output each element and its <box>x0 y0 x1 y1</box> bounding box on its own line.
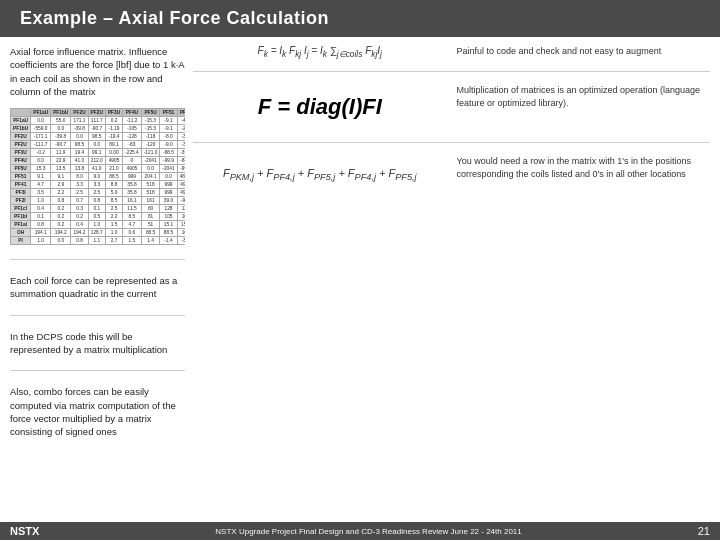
matrix-cell: 8.8 <box>105 181 122 189</box>
matrix-cell: 0.1 <box>31 213 51 221</box>
matrix-cell: 2.5 <box>71 189 88 197</box>
matrix-col-header-pf3u: PF3U <box>105 109 122 117</box>
matrix-cell: 161 <box>141 197 160 205</box>
matrix-cell: 0.3 <box>71 205 88 213</box>
matrix-cell: 4905 <box>177 181 185 189</box>
matrix-cell: 2.2 <box>51 189 71 197</box>
slide-header: Example – Axial Force Calculation <box>0 0 720 37</box>
matrix-row-header: Pl <box>11 237 31 245</box>
matrix-cell: 35.8 <box>123 181 142 189</box>
matrix-cell: 0.8 <box>51 197 71 205</box>
matrix-cell: 9.0 <box>88 173 105 181</box>
divider3 <box>10 370 185 371</box>
matrix-cell: 1.5 <box>123 237 142 245</box>
matrix-cell: 999 <box>160 189 177 197</box>
matrix-row-header: PF2U <box>11 133 31 141</box>
matrix-cell: 11.9 <box>51 149 71 157</box>
right-divider2 <box>193 142 710 143</box>
matrix-cell: 4.7 <box>123 221 142 229</box>
matrix-col-header-pf5u: PF5U <box>141 109 160 117</box>
matrix-cell: -105 <box>123 125 142 133</box>
axial-force-description: Axial force influence matrix. Influence … <box>10 45 185 98</box>
matrix-cell: 489.5 <box>177 173 185 181</box>
matrix-row: PF4U0.022.941.0212.049050-2041-99.9-88.5… <box>11 157 186 165</box>
footer-page-number: 21 <box>698 525 710 537</box>
multiplication-text: Multiplication of matrices is an optimiz… <box>457 84 711 109</box>
matrix-cell: 128.7 <box>88 229 105 237</box>
axial-force-matrix: PF1aU PF1bU PF2U PF2U PF3U PF4U PF5U PF5… <box>10 108 185 245</box>
matrix-cell: 212.0 <box>88 157 105 165</box>
matrix-cell: 0.1 <box>88 205 105 213</box>
matrix-row-header: PF3U <box>11 149 31 157</box>
matrix-cell: 999 <box>123 173 142 181</box>
matrix-cell: -11.2 <box>123 117 142 125</box>
matrix-cell: 98.5 <box>71 141 88 149</box>
matrix-row: PF2U-171.1-39.80.098.5-19.4-128-118-8.0-… <box>11 133 186 141</box>
matrix-cell: -975 <box>177 197 185 205</box>
matrix-cell: 4905 <box>105 157 122 165</box>
matrix-cell: 518 <box>141 181 160 189</box>
matrix-cell: -9.1 <box>160 125 177 133</box>
footer-center-text: NSTX Upgrade Project Final Design and CD… <box>49 527 687 536</box>
matrix-cell: 204.1 <box>141 173 160 181</box>
matrix-row: PF2U-111.7-90.798.50.089.1-83-120-9.0-3.… <box>11 141 186 149</box>
matrix-row-header: PF5U <box>11 165 31 173</box>
summation-formula-display: Fk = Ik Fkj Ij = Ik ∑j∈coils FkjIj <box>193 45 447 59</box>
matrix-row: PF2l1.00.80.70.88.516.116139.0-9750.019.… <box>11 197 186 205</box>
matrix-cell: 88.5 <box>141 229 160 237</box>
matrix-row-header: PF1al <box>11 221 31 229</box>
matrix-col-header-pf2u2: PF2U <box>88 109 105 117</box>
matrix-cell: 161 <box>177 229 185 237</box>
matrix-cell: 0.0 <box>31 117 51 125</box>
matrix-row: PF1aU0.055.0171.1111.70.2-11.2-15.3-9.1-… <box>11 117 186 125</box>
matrix-cell: 60 <box>141 205 160 213</box>
matrix-cell: 0.0 <box>31 157 51 165</box>
matrix-cell: 39.0 <box>160 197 177 205</box>
matrix-cell: 194.2 <box>71 229 88 237</box>
matrix-row: PF1cl0.40.20.30.12.511.56012812819.4-985… <box>11 205 186 213</box>
matrix-header-row: PF1aU PF1bU PF2U PF2U PF3U PF4U PF5U PF5… <box>11 109 186 117</box>
matrix-cell: 16.1 <box>123 197 142 205</box>
matrix-col-header-pf51: PF51 <box>160 109 177 117</box>
matrix-cell: -4.7 <box>177 117 185 125</box>
matrix-cell: 0.0 <box>160 173 177 181</box>
matrix-row-header: PF41 <box>11 181 31 189</box>
matrix-cell: 1.0 <box>31 197 51 205</box>
matrix-row-header: PF2U <box>11 141 31 149</box>
matrix-row: PF1bU-559.00.0-39.8-90.7-1.19-105-15.3-9… <box>11 125 186 133</box>
matrix-cell: -118 <box>141 133 160 141</box>
matrix-cell: -2.9 <box>177 125 185 133</box>
matrix-row: Pl1.00.00.81.12.71.51.4-1.4-3.5-2.7-3.1-… <box>11 237 186 245</box>
matrix-cell: 0.6 <box>123 229 142 237</box>
matrix-cell: -3.3 <box>177 141 185 149</box>
matrix-cell: 1.1 <box>88 237 105 245</box>
matrix-cell: 2.7 <box>105 237 122 245</box>
matrix-cell: -88.5 <box>177 157 185 165</box>
matrix-cell: 2.5 <box>105 205 122 213</box>
matrix-cell: 88.5 <box>160 229 177 237</box>
matrix-cell: 0.00 <box>105 149 122 157</box>
matrix-cell: -15.3 <box>141 117 160 125</box>
matrix-cell: -35.8 <box>177 149 185 157</box>
matrix-row-header: PF1bU <box>11 125 31 133</box>
matrix-row-header: PF4U <box>11 157 31 165</box>
matrix-cell: -0.2 <box>31 149 51 157</box>
matrix-row-header: OH <box>11 229 31 237</box>
matrix-cell: -99.9 <box>177 165 185 173</box>
matrix-cell: 105 <box>177 213 185 221</box>
matrix-cell: 3.5 <box>31 189 51 197</box>
matrix-cell: -39.8 <box>51 133 71 141</box>
matrix-cell: 4.7 <box>31 181 51 189</box>
matrix-cell: 21.0 <box>105 165 122 173</box>
matrix-cell: 0.8 <box>88 197 105 205</box>
matrix-row: PF5U15.313.513.841.021.049050.0-2041-99.… <box>11 165 186 173</box>
matrix-cell: 0 <box>123 157 142 165</box>
right-panel: Fk = Ik Fkj Ij = Ik ∑j∈coils FkjIj Painf… <box>193 45 710 514</box>
matrix-cell: -88.5 <box>160 149 177 157</box>
painful-text: Painful to code and check and not easy t… <box>457 45 711 58</box>
matrix-cell: 0.8 <box>31 221 51 229</box>
matrix-cell: 22.9 <box>51 157 71 165</box>
matrix-cell: -90.7 <box>51 141 71 149</box>
matrix-cell: 15.1 <box>160 221 177 229</box>
slide: Example – Axial Force Calculation Axial … <box>0 0 720 540</box>
